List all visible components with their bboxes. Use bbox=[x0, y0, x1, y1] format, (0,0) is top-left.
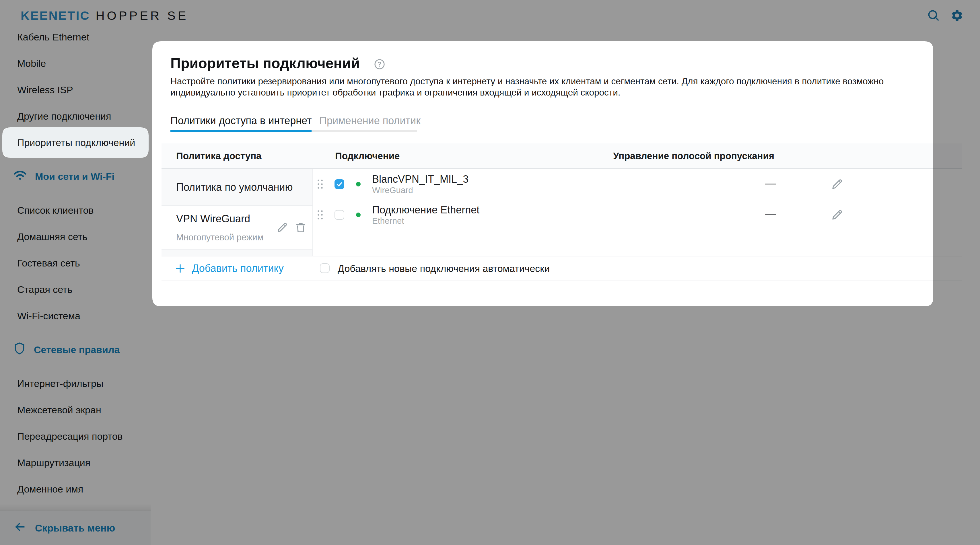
status-connected-icon bbox=[356, 182, 361, 186]
connection-name: BlancVPN_IT_MIL_3 bbox=[372, 173, 468, 185]
divider bbox=[162, 281, 962, 281]
divider bbox=[312, 199, 962, 199]
divider bbox=[312, 230, 962, 230]
drag-handle-icon[interactable] bbox=[317, 210, 324, 220]
auto-add-label: Добавлять новые подключения автоматическ… bbox=[338, 256, 550, 281]
bandwidth-value: — bbox=[765, 177, 776, 190]
sidebar-item-firewall[interactable]: Межсетевой экран bbox=[0, 397, 151, 423]
delete-icon[interactable] bbox=[294, 221, 307, 234]
connection-type: WireGuard bbox=[372, 185, 468, 195]
divider bbox=[162, 249, 312, 249]
edit-icon[interactable] bbox=[276, 221, 289, 234]
sidebar-item-mobile[interactable]: Mobile bbox=[0, 50, 151, 76]
sidebar-section-my-networks[interactable]: Мои сети и Wi-Fi bbox=[0, 163, 151, 190]
sidebar-item-port-forwarding[interactable]: Переадресация портов bbox=[0, 423, 151, 450]
gear-icon[interactable] bbox=[950, 9, 964, 22]
connection-name: Подключение Ethernet bbox=[372, 204, 479, 216]
sidebar-item-guest-network[interactable]: Гостевая сеть bbox=[0, 250, 151, 276]
sidebar-section-label: Мои сети и Wi-Fi bbox=[35, 171, 115, 182]
tab-underline-rest bbox=[312, 130, 417, 132]
page-description: Настройте политики резервирования или мн… bbox=[170, 76, 934, 98]
connection-type: Ethernet bbox=[372, 216, 479, 226]
connection-row-blancvpn: BlancVPN_IT_MIL_3 WireGuard — bbox=[312, 168, 962, 199]
sidebar: Кабель Ethernet Mobile Wireless ISP Друг… bbox=[0, 0, 151, 545]
policy-name: VPN WireGuard bbox=[176, 213, 250, 225]
topbar: KEENETIC HOPPER SE bbox=[0, 0, 980, 31]
tab-underline-active bbox=[170, 130, 312, 132]
tab-policy-assignment[interactable]: Применение политик bbox=[319, 115, 421, 127]
sidebar-section-label: Сетевые правила bbox=[34, 344, 119, 355]
sidebar-item-connection-priorities[interactable]: Приоритеты подключений bbox=[0, 129, 151, 156]
edit-icon[interactable] bbox=[830, 208, 844, 221]
svg-text:?: ? bbox=[377, 60, 382, 68]
page-title: Приоритеты подключений bbox=[170, 55, 360, 72]
column-divider bbox=[312, 168, 313, 256]
table-bottom-row: Добавить политику Добавлять новые подклю… bbox=[162, 256, 962, 281]
divider bbox=[162, 168, 962, 168]
add-policy-label: Добавить политику bbox=[192, 262, 284, 275]
sidebar-item-client-list[interactable]: Список клиентов bbox=[0, 197, 151, 224]
sidebar-nav: Кабель Ethernet Mobile Wireless ISP Друг… bbox=[0, 24, 151, 502]
add-policy-button[interactable]: Добавить политику bbox=[175, 256, 284, 281]
sidebar-item-wifi-system[interactable]: Wi-Fi-система bbox=[0, 303, 151, 329]
column-header-bandwidth: Управление полосой пропускания bbox=[613, 143, 774, 168]
column-header-policy: Политика доступа bbox=[176, 143, 261, 168]
column-header-connection: Подключение bbox=[335, 143, 399, 168]
sidebar-item-home-network[interactable]: Домашняя сеть bbox=[0, 224, 151, 250]
auto-add-checkbox[interactable] bbox=[320, 263, 329, 273]
logo-model: HOPPER SE bbox=[95, 9, 188, 23]
sidebar-item-domain-name[interactable]: Доменное имя bbox=[0, 476, 151, 502]
search-icon[interactable] bbox=[927, 9, 940, 22]
connection-row-ethernet: Подключение Ethernet Ethernet — bbox=[312, 199, 962, 230]
sidebar-item-wireless-isp[interactable]: Wireless ISP bbox=[0, 76, 151, 103]
policy-vpn-wireguard[interactable]: VPN WireGuard Многопутевой режим bbox=[162, 206, 312, 249]
shield-icon bbox=[13, 342, 26, 358]
connection-checkbox[interactable] bbox=[334, 179, 344, 189]
policy-default[interactable]: Политика по умолчанию bbox=[176, 168, 293, 206]
sidebar-item-legacy-network[interactable]: Старая сеть bbox=[0, 276, 151, 303]
sidebar-item-routing[interactable]: Маршрутизация bbox=[0, 450, 151, 476]
divider bbox=[162, 205, 312, 206]
policy-subtitle: Многопутевой режим bbox=[176, 232, 263, 243]
table-header bbox=[162, 143, 962, 168]
sidebar-item-internet-filters[interactable]: Интернет-фильтры bbox=[0, 370, 151, 397]
hide-menu-label: Скрывать меню bbox=[35, 522, 115, 534]
wifi-icon bbox=[13, 170, 27, 183]
sidebar-item-other-connections[interactable]: Другие подключения bbox=[0, 103, 151, 129]
logo-brand: KEENETIC bbox=[21, 9, 90, 23]
tab-access-policies[interactable]: Политики доступа в интернет bbox=[170, 115, 312, 127]
edit-icon[interactable] bbox=[830, 178, 844, 191]
keenetic-logo: KEENETIC HOPPER SE bbox=[21, 0, 188, 31]
status-connected-icon bbox=[356, 213, 361, 217]
connection-checkbox[interactable] bbox=[334, 210, 344, 220]
question-icon[interactable]: ? bbox=[374, 59, 385, 70]
policies-table: Политика доступа Подключение Управление … bbox=[162, 143, 962, 306]
divider bbox=[162, 256, 962, 256]
bandwidth-value: — bbox=[765, 208, 776, 220]
plus-icon bbox=[175, 263, 186, 274]
arrow-left-icon bbox=[13, 520, 26, 536]
drag-handle-icon[interactable] bbox=[317, 179, 324, 190]
sidebar-section-network-rules[interactable]: Сетевые правила bbox=[0, 337, 151, 363]
hide-menu-button[interactable]: Скрывать меню bbox=[0, 510, 151, 545]
